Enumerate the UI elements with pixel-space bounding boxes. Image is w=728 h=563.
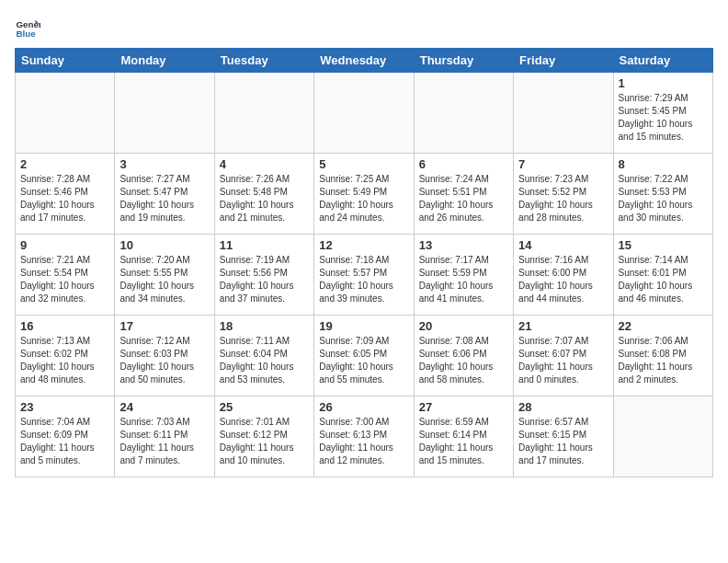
day-info: Sunrise: 7:18 AM Sunset: 5:57 PM Dayligh… (319, 254, 408, 305)
day-number: 14 (518, 238, 608, 252)
day-cell: 16Sunrise: 7:13 AM Sunset: 6:02 PM Dayli… (16, 316, 115, 396)
day-number: 16 (20, 319, 109, 333)
day-number: 11 (220, 238, 309, 252)
day-cell (214, 73, 313, 154)
day-number: 26 (319, 400, 408, 414)
weekday-header-saturday: Saturday (613, 49, 712, 73)
day-cell: 21Sunrise: 7:07 AM Sunset: 6:07 PM Dayli… (514, 316, 613, 396)
day-cell: 28Sunrise: 6:57 AM Sunset: 6:15 PM Dayli… (514, 396, 613, 477)
day-number: 28 (518, 400, 608, 414)
day-cell: 17Sunrise: 7:12 AM Sunset: 6:03 PM Dayli… (115, 316, 214, 396)
weekday-header-monday: Monday (115, 49, 214, 73)
weekday-header-wednesday: Wednesday (314, 49, 414, 73)
day-number: 20 (419, 319, 508, 333)
day-cell: 14Sunrise: 7:16 AM Sunset: 6:00 PM Dayli… (514, 235, 613, 316)
day-number: 9 (20, 238, 109, 252)
day-cell: 1Sunrise: 7:29 AM Sunset: 5:45 PM Daylig… (613, 73, 712, 154)
page-header: General Blue (15, 15, 713, 40)
day-cell: 22Sunrise: 7:06 AM Sunset: 6:08 PM Dayli… (613, 316, 712, 396)
weekday-header-thursday: Thursday (414, 49, 513, 73)
day-cell: 4Sunrise: 7:26 AM Sunset: 5:48 PM Daylig… (214, 154, 313, 235)
day-info: Sunrise: 7:03 AM Sunset: 6:11 PM Dayligh… (119, 416, 209, 467)
day-info: Sunrise: 7:12 AM Sunset: 6:03 PM Dayligh… (119, 335, 209, 386)
weekday-header-row: SundayMondayTuesdayWednesdayThursdayFrid… (16, 49, 713, 73)
day-number: 2 (20, 157, 109, 171)
day-info: Sunrise: 7:14 AM Sunset: 6:01 PM Dayligh… (619, 254, 708, 305)
day-info: Sunrise: 7:20 AM Sunset: 5:55 PM Dayligh… (119, 254, 209, 305)
day-number: 24 (119, 400, 209, 414)
weekday-header-sunday: Sunday (16, 49, 115, 73)
day-cell: 10Sunrise: 7:20 AM Sunset: 5:55 PM Dayli… (115, 235, 214, 316)
day-info: Sunrise: 7:00 AM Sunset: 6:13 PM Dayligh… (319, 416, 408, 467)
day-number: 27 (419, 400, 508, 414)
day-info: Sunrise: 7:09 AM Sunset: 6:05 PM Dayligh… (319, 335, 408, 386)
day-number: 5 (319, 157, 408, 171)
day-cell: 26Sunrise: 7:00 AM Sunset: 6:13 PM Dayli… (314, 396, 414, 477)
day-info: Sunrise: 7:07 AM Sunset: 6:07 PM Dayligh… (518, 335, 608, 386)
logo: General Blue (15, 15, 40, 40)
day-number: 7 (518, 157, 608, 171)
day-cell: 20Sunrise: 7:08 AM Sunset: 6:06 PM Dayli… (414, 316, 513, 396)
logo-icon: General Blue (15, 15, 40, 40)
day-number: 6 (419, 157, 508, 171)
day-info: Sunrise: 7:21 AM Sunset: 5:54 PM Dayligh… (20, 254, 109, 305)
day-info: Sunrise: 7:13 AM Sunset: 6:02 PM Dayligh… (20, 335, 109, 386)
day-info: Sunrise: 7:27 AM Sunset: 5:47 PM Dayligh… (119, 173, 209, 224)
day-cell (16, 73, 115, 154)
day-info: Sunrise: 7:22 AM Sunset: 5:53 PM Dayligh… (619, 173, 708, 224)
day-info: Sunrise: 7:26 AM Sunset: 5:48 PM Dayligh… (220, 173, 309, 224)
day-cell: 3Sunrise: 7:27 AM Sunset: 5:47 PM Daylig… (115, 154, 214, 235)
day-info: Sunrise: 7:23 AM Sunset: 5:52 PM Dayligh… (518, 173, 608, 224)
day-info: Sunrise: 7:11 AM Sunset: 6:04 PM Dayligh… (220, 335, 309, 386)
day-cell: 8Sunrise: 7:22 AM Sunset: 5:53 PM Daylig… (613, 154, 712, 235)
calendar-table: SundayMondayTuesdayWednesdayThursdayFrid… (15, 48, 713, 477)
week-row-2: 2Sunrise: 7:28 AM Sunset: 5:46 PM Daylig… (16, 154, 713, 235)
day-number: 17 (119, 319, 209, 333)
day-cell: 11Sunrise: 7:19 AM Sunset: 5:56 PM Dayli… (214, 235, 313, 316)
day-number: 3 (119, 157, 209, 171)
week-row-5: 23Sunrise: 7:04 AM Sunset: 6:09 PM Dayli… (16, 396, 713, 477)
svg-text:Blue: Blue (16, 29, 36, 39)
day-number: 15 (619, 238, 708, 252)
day-number: 18 (220, 319, 309, 333)
day-number: 22 (619, 319, 708, 333)
day-info: Sunrise: 7:08 AM Sunset: 6:06 PM Dayligh… (419, 335, 508, 386)
day-cell: 18Sunrise: 7:11 AM Sunset: 6:04 PM Dayli… (214, 316, 313, 396)
day-info: Sunrise: 7:04 AM Sunset: 6:09 PM Dayligh… (20, 416, 109, 467)
day-number: 19 (319, 319, 408, 333)
day-cell: 25Sunrise: 7:01 AM Sunset: 6:12 PM Dayli… (214, 396, 313, 477)
day-number: 10 (119, 238, 209, 252)
day-cell (414, 73, 513, 154)
week-row-1: 1Sunrise: 7:29 AM Sunset: 5:45 PM Daylig… (16, 73, 713, 154)
week-row-3: 9Sunrise: 7:21 AM Sunset: 5:54 PM Daylig… (16, 235, 713, 316)
day-cell: 15Sunrise: 7:14 AM Sunset: 6:01 PM Dayli… (613, 235, 712, 316)
day-cell (514, 73, 613, 154)
day-info: Sunrise: 7:25 AM Sunset: 5:49 PM Dayligh… (319, 173, 408, 224)
day-info: Sunrise: 6:57 AM Sunset: 6:15 PM Dayligh… (518, 416, 608, 467)
weekday-header-friday: Friday (514, 49, 613, 73)
day-info: Sunrise: 7:01 AM Sunset: 6:12 PM Dayligh… (220, 416, 309, 467)
day-cell: 9Sunrise: 7:21 AM Sunset: 5:54 PM Daylig… (16, 235, 115, 316)
day-cell (115, 73, 214, 154)
day-cell: 6Sunrise: 7:24 AM Sunset: 5:51 PM Daylig… (414, 154, 513, 235)
day-info: Sunrise: 6:59 AM Sunset: 6:14 PM Dayligh… (419, 416, 508, 467)
day-info: Sunrise: 7:17 AM Sunset: 5:59 PM Dayligh… (419, 254, 508, 305)
weekday-header-tuesday: Tuesday (214, 49, 313, 73)
day-cell: 27Sunrise: 6:59 AM Sunset: 6:14 PM Dayli… (414, 396, 513, 477)
day-number: 4 (220, 157, 309, 171)
day-cell: 12Sunrise: 7:18 AM Sunset: 5:57 PM Dayli… (314, 235, 414, 316)
day-cell: 5Sunrise: 7:25 AM Sunset: 5:49 PM Daylig… (314, 154, 414, 235)
day-info: Sunrise: 7:19 AM Sunset: 5:56 PM Dayligh… (220, 254, 309, 305)
day-number: 21 (518, 319, 608, 333)
day-cell (613, 396, 712, 477)
day-number: 8 (619, 157, 708, 171)
week-row-4: 16Sunrise: 7:13 AM Sunset: 6:02 PM Dayli… (16, 316, 713, 396)
day-number: 13 (419, 238, 508, 252)
day-number: 1 (619, 76, 708, 90)
day-info: Sunrise: 7:29 AM Sunset: 5:45 PM Dayligh… (619, 92, 708, 144)
day-info: Sunrise: 7:24 AM Sunset: 5:51 PM Dayligh… (419, 173, 508, 224)
day-cell: 23Sunrise: 7:04 AM Sunset: 6:09 PM Dayli… (16, 396, 115, 477)
day-info: Sunrise: 7:16 AM Sunset: 6:00 PM Dayligh… (518, 254, 608, 305)
day-cell: 19Sunrise: 7:09 AM Sunset: 6:05 PM Dayli… (314, 316, 414, 396)
day-cell: 24Sunrise: 7:03 AM Sunset: 6:11 PM Dayli… (115, 396, 214, 477)
